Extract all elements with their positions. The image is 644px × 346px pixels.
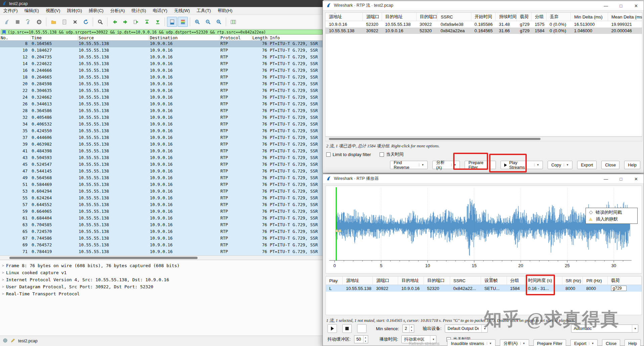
scrollbar-thumb[interactable] bbox=[9, 257, 198, 259]
column-header-1[interactable]: 源地址 bbox=[343, 277, 373, 285]
column-header-11[interactable]: Mean Delta (ms) bbox=[608, 13, 642, 21]
checkbox-box[interactable] bbox=[380, 152, 384, 157]
go-back-icon[interactable] bbox=[110, 17, 120, 27]
close-button[interactable]: Close bbox=[602, 339, 620, 346]
packet-row[interactable]: 160.24466610.55.55.13810.9.0.16RTP76PT=I… bbox=[0, 67, 324, 74]
display-filter-bar[interactable]: (ip.src==10.55.55.138 && udp.srcport==30… bbox=[1, 30, 323, 35]
play-streams-button[interactable]: Play Streams▼ bbox=[501, 161, 543, 169]
help-button[interactable]: Help bbox=[625, 339, 641, 346]
packet-row[interactable]: 430.50459310.55.55.13810.9.0.16RTP76PT=I… bbox=[0, 155, 324, 161]
menu-item-文件F[interactable]: 文件(F) bbox=[0, 7, 21, 15]
start-capture-icon[interactable] bbox=[2, 17, 12, 27]
play-button[interactable] bbox=[328, 324, 337, 333]
minimize-icon[interactable]: — bbox=[598, 1, 613, 10]
packet-row[interactable]: 530.60429410.55.55.13810.9.0.16RTP76PT=I… bbox=[0, 188, 324, 195]
column-header-Destination[interactable]: Destination bbox=[149, 35, 220, 40]
payload-select[interactable]: g729 bbox=[611, 286, 627, 291]
expander-icon[interactable]: > bbox=[0, 292, 6, 296]
packet-row[interactable]: 350.42455010.55.55.13810.9.0.16RTP76PT=I… bbox=[0, 128, 324, 135]
expert-info-icon[interactable] bbox=[3, 338, 8, 344]
zoom-reset-icon[interactable] bbox=[214, 17, 224, 27]
packet-row[interactable]: 320.40548610.55.55.13810.9.0.16RTP76PT=I… bbox=[0, 114, 324, 121]
detail-line[interactable]: >Linux cooked capture v1 bbox=[0, 269, 324, 276]
packet-row[interactable]: 390.46398210.55.55.13810.9.0.16RTP76PT=I… bbox=[0, 141, 324, 148]
menu-item-分析A[interactable]: 分析(A) bbox=[107, 7, 128, 15]
column-header-4[interactable]: 目的端口 bbox=[424, 277, 450, 285]
save-file-icon[interactable] bbox=[59, 17, 69, 27]
maximize-icon[interactable]: □ bbox=[613, 174, 629, 184]
waveform-plot[interactable]: 051015202530 bbox=[326, 186, 641, 273]
column-header-Time[interactable]: Time bbox=[31, 35, 78, 40]
detail-line[interactable]: >Real-Time Transport Protocol bbox=[0, 290, 324, 297]
menu-item-统计S[interactable]: 统计(S) bbox=[128, 7, 149, 15]
analyze-button[interactable]: 分析(A)▼ bbox=[432, 161, 460, 169]
column-header-0[interactable]: Play bbox=[326, 277, 343, 285]
packet-row[interactable]: 690.76457210.55.55.13810.9.0.16RTP76PT=I… bbox=[0, 242, 324, 249]
packet-row[interactable]: 340.40653210.55.55.13810.9.0.16RTP76PT=I… bbox=[0, 121, 324, 128]
packet-row[interactable]: 490.56456810.55.55.13810.9.0.16RTP76PT=I… bbox=[0, 175, 324, 182]
go-to-packet-icon[interactable] bbox=[131, 17, 141, 27]
packet-row[interactable]: 450.52454710.55.55.13810.9.0.16RTP76PT=I… bbox=[0, 161, 324, 168]
pause-button[interactable] bbox=[357, 324, 367, 333]
packet-row[interactable]: 260.34461310.55.55.13810.9.0.16RTP76PT=I… bbox=[0, 101, 324, 108]
find-reverse-button[interactable]: Find Reverse▼ bbox=[390, 161, 428, 169]
scrollbar-thumb[interactable] bbox=[329, 138, 541, 140]
export-button[interactable]: Export▼ bbox=[570, 339, 598, 346]
packet-row[interactable]: 570.64455210.55.55.13810.9.0.16RTP76PT=I… bbox=[0, 202, 324, 208]
player-streams-table[interactable]: Play源地址源端口目的地址目的端口SSRC设置帧^分组时间跨度 (s)SR (… bbox=[326, 277, 642, 292]
column-header-5[interactable]: 开始时间 bbox=[471, 13, 496, 21]
playhead[interactable] bbox=[336, 187, 337, 260]
output-device-select[interactable]: Default Output Devi ▼ bbox=[445, 325, 488, 333]
reload-file-icon[interactable] bbox=[81, 17, 91, 27]
menu-item-工具T[interactable]: 工具(T) bbox=[193, 7, 214, 15]
spin-up-icon[interactable]: ▲ bbox=[410, 325, 414, 329]
column-header-3[interactable]: 目的地址 bbox=[398, 277, 424, 285]
close-button[interactable]: Close bbox=[601, 161, 619, 169]
packet-row[interactable]: 410.48439810.55.55.13810.9.0.16RTP76PT=I… bbox=[0, 148, 324, 155]
column-header-6[interactable]: 设置帧^ bbox=[481, 277, 507, 285]
stop-button[interactable] bbox=[342, 324, 352, 333]
waveform-panel[interactable]: 051015202530 错误的时间戳插入的静默 bbox=[326, 186, 642, 274]
column-header-No[interactable]: No. bbox=[0, 35, 31, 40]
column-header-2[interactable]: 目的地址 bbox=[382, 13, 416, 21]
column-header-Length[interactable]: Length bbox=[252, 35, 269, 40]
packet-row[interactable]: 510.58446910.55.55.13810.9.0.16RTP76PT=I… bbox=[0, 182, 324, 188]
resize-columns-icon[interactable] bbox=[228, 17, 238, 27]
zoom-in-icon[interactable] bbox=[192, 17, 202, 27]
refresh-streams-button[interactable]: Refresh streams bbox=[405, 339, 443, 346]
min-silence-spinner[interactable]: 2 ▲▼ bbox=[402, 325, 414, 333]
restart-capture-icon[interactable] bbox=[23, 17, 33, 27]
column-header-Protocol[interactable]: Protocol bbox=[220, 35, 252, 40]
zoom-out-icon[interactable] bbox=[203, 17, 213, 27]
detail-line[interactable]: >User Datagram Protocol, Src Port: 30922… bbox=[0, 283, 324, 290]
auto-scroll-icon[interactable] bbox=[167, 17, 177, 27]
prepare-filter-button[interactable]: Prepare Filter bbox=[533, 339, 566, 346]
export-button[interactable]: Export bbox=[577, 161, 597, 169]
column-header-10[interactable]: PR (Hz) bbox=[583, 277, 608, 285]
streams-hscrollbar[interactable] bbox=[325, 137, 642, 141]
column-header-7[interactable]: 分组 bbox=[507, 277, 525, 285]
column-header-3[interactable]: 目的端口 bbox=[416, 13, 437, 21]
packet-row[interactable]: 610.68440410.55.55.13810.9.0.16RTP76PT=I… bbox=[0, 215, 324, 222]
packet-row[interactable]: 670.74458610.55.55.13810.9.0.16RTP76PT=I… bbox=[0, 235, 324, 242]
stop-capture-icon[interactable] bbox=[12, 17, 23, 27]
table-row[interactable]: L10.55.55.1383092210.9.0.16523200x842a22… bbox=[326, 285, 642, 292]
capture-options-icon[interactable] bbox=[34, 17, 44, 27]
close-icon[interactable]: ✕ bbox=[629, 174, 644, 184]
table-row[interactable]: 10.9.0.165232010.55.55.138309220xfa9a4e3… bbox=[326, 21, 642, 28]
packet-row[interactable]: 140.22462210.55.55.13810.9.0.16RTP76PT=I… bbox=[0, 61, 324, 67]
menu-item-编辑E[interactable]: 编辑(E) bbox=[21, 7, 42, 15]
streams-table[interactable]: 源地址^源端口目的地址目的端口SSRC开始时间持续时间载荷分组丢弃Min Del… bbox=[326, 13, 642, 34]
packet-row[interactable]: 710.78441910.55.55.13810.9.0.16RTP76PT=I… bbox=[0, 249, 324, 255]
minimize-icon[interactable]: — bbox=[598, 174, 613, 184]
expander-icon[interactable]: > bbox=[0, 270, 6, 275]
packet-row[interactable]: 100.18462710.55.55.13810.9.0.16RTP76PT=I… bbox=[0, 47, 324, 54]
go-first-icon[interactable] bbox=[142, 17, 152, 27]
copy-button[interactable]: Copy▼ bbox=[548, 161, 572, 169]
table-row[interactable]: 10.55.55.1383092210.9.0.16523200x842a22e… bbox=[326, 28, 642, 34]
column-header-9[interactable]: SR (Hz) bbox=[562, 277, 583, 285]
column-header-11[interactable]: 载荷 bbox=[608, 277, 642, 285]
column-header-6[interactable]: 持续时间 bbox=[496, 13, 516, 21]
spin-down-icon[interactable]: ▼ bbox=[363, 339, 368, 343]
colorize-icon[interactable] bbox=[178, 17, 188, 27]
